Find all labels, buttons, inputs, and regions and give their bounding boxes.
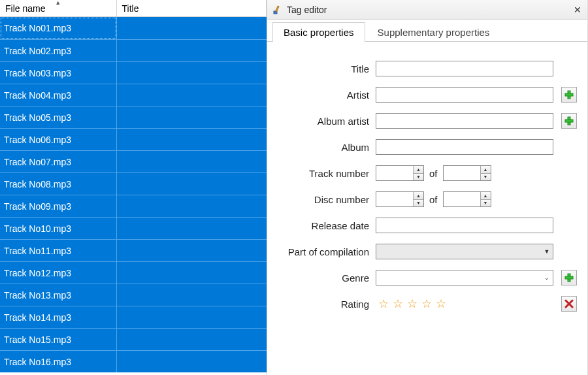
tag-editor-title: Tag editor: [287, 5, 572, 15]
file-row[interactable]: Track No04.mp3: [0, 84, 267, 106]
file-row[interactable]: Track No12.mp3: [0, 261, 267, 284]
file-row[interactable]: Track No01.mp3: [0, 17, 267, 39]
file-row-title: [117, 329, 267, 350]
file-row-filename: Track No01.mp3: [0, 17, 117, 39]
file-list-body: Track No01.mp3Track No02.mp3Track No03.m…: [0, 17, 267, 375]
plus-icon: [564, 90, 574, 99]
file-row-filename: Track No03.mp3: [0, 62, 117, 84]
add-genre-button[interactable]: [561, 270, 577, 285]
column-header-title[interactable]: Title: [117, 0, 267, 16]
file-row-filename: Track No13.mp3: [0, 284, 117, 306]
title-input[interactable]: [376, 61, 553, 76]
rating-stars[interactable]: ☆ ☆ ☆ ☆ ☆: [376, 297, 446, 311]
title-label: Title: [278, 63, 376, 74]
svg-rect-5: [565, 120, 573, 122]
file-row-title: [117, 62, 267, 84]
file-row[interactable]: Track No03.mp3: [0, 61, 267, 84]
file-row-filename: Track No06.mp3: [0, 129, 117, 150]
file-row[interactable]: Track No02.mp3: [0, 39, 267, 61]
track-number-input[interactable]: [376, 166, 413, 180]
file-row[interactable]: Track No11.mp3: [0, 239, 267, 261]
chevron-down-icon: ⌄: [541, 270, 553, 285]
spin-down-icon[interactable]: ▼: [480, 200, 491, 207]
file-row-filename: Track No07.mp3: [0, 151, 117, 172]
compilation-label: Part of compilation: [278, 246, 376, 257]
album-label: Album: [278, 142, 376, 153]
file-row[interactable]: Track No16.mp3: [0, 350, 267, 372]
file-row[interactable]: Track No09.mp3: [0, 195, 267, 217]
star-icon[interactable]: ☆: [378, 297, 389, 311]
album-input[interactable]: [376, 139, 553, 155]
file-row-filename: Track No15.mp3: [0, 329, 117, 350]
release-date-input[interactable]: [376, 218, 553, 233]
track-total-stepper[interactable]: ▲ ▼: [443, 165, 491, 181]
track-total-input[interactable]: [444, 166, 480, 180]
file-row[interactable]: Track No06.mp3: [0, 128, 267, 150]
disc-total-input[interactable]: [444, 192, 480, 206]
tab-label: Supplementary properties: [378, 27, 490, 38]
close-icon: ✕: [574, 5, 581, 15]
genre-label: Genre: [278, 272, 376, 284]
spin-up-icon[interactable]: ▲: [413, 166, 423, 174]
close-button[interactable]: ✕: [572, 4, 583, 16]
column-header-title-label: Title: [122, 3, 139, 14]
file-row-filename: Track No08.mp3: [0, 173, 117, 195]
spin-up-icon[interactable]: ▲: [413, 192, 423, 200]
file-row[interactable]: Track No05.mp3: [0, 106, 267, 128]
file-row[interactable]: Track No07.mp3: [0, 150, 267, 172]
tab-label: Basic properties: [284, 27, 354, 38]
add-album-artist-button[interactable]: [561, 113, 577, 129]
plus-icon: [564, 116, 574, 125]
file-row-title: [117, 195, 267, 217]
of-label: of: [429, 194, 438, 205]
spin-down-icon[interactable]: ▼: [480, 174, 491, 181]
file-row[interactable]: Track No08.mp3: [0, 172, 267, 195]
star-icon[interactable]: ☆: [421, 297, 432, 311]
column-header-filename[interactable]: File name ▲: [0, 0, 117, 16]
spin-down-icon[interactable]: ▼: [413, 174, 423, 181]
file-row-title: [117, 240, 267, 261]
disc-total-stepper[interactable]: ▲ ▼: [443, 191, 491, 207]
album-artist-input[interactable]: [376, 113, 553, 129]
file-row[interactable]: Track No13.mp3: [0, 284, 267, 306]
file-row[interactable]: Track No15.mp3: [0, 328, 267, 350]
file-row-title: [117, 284, 267, 306]
disc-number-input[interactable]: [376, 192, 413, 206]
star-icon[interactable]: ☆: [407, 297, 417, 311]
file-row-title: [117, 173, 267, 195]
file-row-title: [117, 84, 267, 106]
compilation-dropdown[interactable]: ▼: [376, 244, 553, 259]
file-row[interactable]: Track No10.mp3: [0, 217, 267, 239]
genre-dropdown[interactable]: ⌄: [376, 270, 553, 285]
star-icon[interactable]: ☆: [393, 297, 403, 311]
artist-input[interactable]: [376, 87, 553, 103]
file-row-filename: Track No14.mp3: [0, 306, 117, 328]
star-icon[interactable]: ☆: [436, 297, 446, 311]
track-number-stepper[interactable]: ▲ ▼: [376, 165, 424, 181]
tab-basic-properties[interactable]: Basic properties: [272, 22, 365, 42]
file-row-title: [117, 306, 267, 328]
spin-up-icon[interactable]: ▲: [480, 192, 491, 200]
tab-supplementary-properties[interactable]: Supplementary properties: [367, 22, 501, 42]
spin-down-icon[interactable]: ▼: [413, 200, 423, 207]
file-row-filename: Track No04.mp3: [0, 84, 117, 106]
delete-icon: [564, 299, 574, 308]
disc-number-stepper[interactable]: ▲ ▼: [376, 191, 424, 207]
of-label: of: [429, 168, 438, 179]
spin-up-icon[interactable]: ▲: [480, 166, 491, 174]
file-row-title: [117, 17, 267, 39]
tab-strip: Basic properties Supplementary propertie…: [267, 20, 587, 42]
paintbrush-icon: [272, 5, 283, 15]
svg-rect-3: [565, 93, 573, 96]
file-row-title: [117, 351, 267, 372]
file-row-title: [117, 262, 267, 284]
svg-rect-1: [275, 6, 279, 12]
clear-rating-button[interactable]: [561, 296, 577, 312]
file-row-filename: Track No02.mp3: [0, 40, 117, 61]
file-row[interactable]: Track No14.mp3: [0, 306, 267, 328]
add-artist-button[interactable]: [561, 87, 577, 103]
basic-properties-form: Title Artist Album: [267, 42, 587, 328]
svg-rect-7: [565, 276, 573, 279]
sort-ascending-icon: ▲: [55, 0, 61, 6]
disc-number-label: Disc number: [278, 194, 376, 205]
